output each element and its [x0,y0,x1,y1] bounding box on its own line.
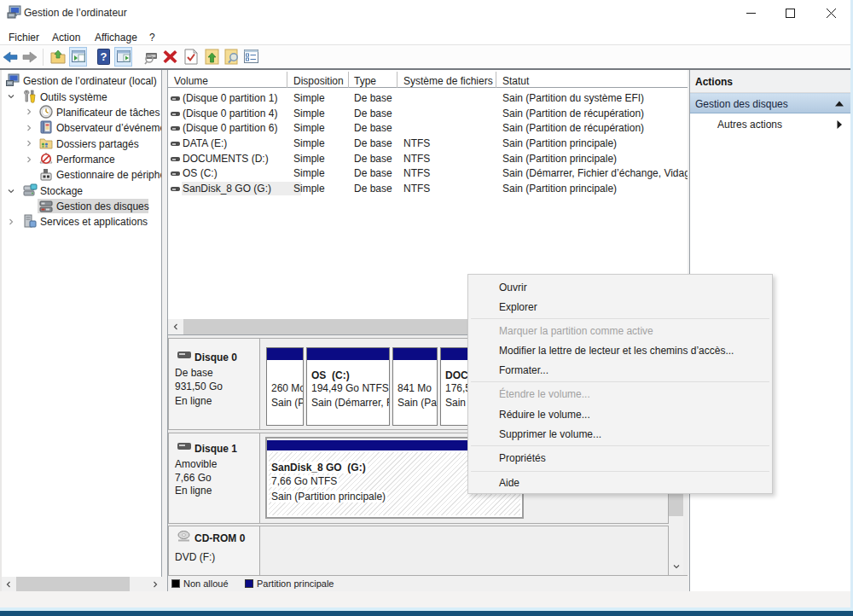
svg-text:?: ? [101,50,107,63]
